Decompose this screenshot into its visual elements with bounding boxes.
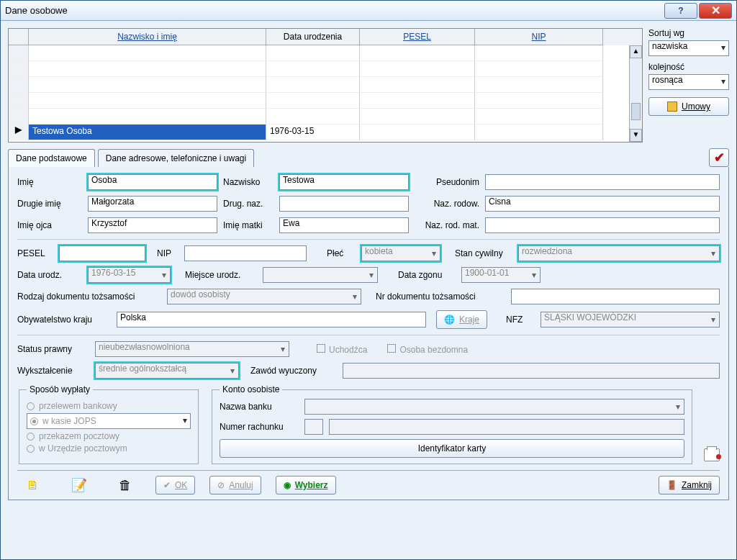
sort-order-select[interactable]: rosnąca (648, 74, 729, 90)
close-button[interactable]: ✕ (699, 3, 732, 19)
nip-label: NIP (157, 248, 178, 258)
anuluj-button[interactable]: ⊘ Anuluj (209, 476, 261, 494)
zawod-label: Zawód wyuczony (250, 366, 337, 376)
drugie-imie-field[interactable]: Małgorzata (88, 196, 217, 212)
col-pesel-header[interactable]: PESEL (360, 29, 475, 45)
door-icon: 🚪 (666, 480, 677, 490)
plec-label: Płeć (327, 248, 356, 258)
stan-cywilny-select[interactable]: rozwiedziona (518, 245, 720, 261)
umowy-button[interactable]: Umowy (648, 97, 729, 116)
col-dob-header[interactable]: Data urodzenia (266, 29, 360, 45)
uchodzca-checkbox[interactable]: Uchodźca (317, 344, 367, 355)
rodzaj-dok-label: Rodzaj dokumentu tożsamości (17, 292, 161, 302)
cell-dob: 1976-03-15 (266, 125, 360, 140)
pseudonim-label: Pseudonim (415, 177, 479, 187)
form-panel: Imię Osoba Nazwisko Testowa Pseudonim Dr… (8, 167, 729, 500)
sort-order-label: kolejność (648, 62, 729, 72)
drug-naz-field[interactable] (279, 196, 409, 212)
data-urodz-field[interactable]: 1976-03-15 (88, 267, 171, 283)
edit-button[interactable]: 📝 (63, 475, 95, 495)
content: Nazwisko i imię Data urodzenia PESEL NIP… (1, 21, 736, 559)
help-button[interactable]: ? (664, 3, 697, 19)
cell-name: Testowa Osoba (29, 125, 266, 140)
window-title: Dane osobowe (5, 5, 663, 16)
imie-matki-field[interactable]: Ewa (279, 217, 409, 233)
zawod-field[interactable] (343, 363, 720, 379)
data-zgonu-field[interactable]: 1900-01-01 (461, 267, 541, 283)
wyksztalcenie-select[interactable]: średnie ogólnokształcą (95, 363, 239, 379)
nfz-label: NFZ (506, 315, 535, 325)
sposob-wyplaty-legend: Sposób wypłaty (27, 384, 93, 394)
wybierz-button[interactable]: ◉ Wybierz (276, 476, 336, 494)
print-icon[interactable] (704, 448, 720, 461)
col-name-header[interactable]: Nazwisko i imię (29, 29, 266, 45)
naz-rodow-field[interactable]: Cisna (485, 196, 720, 212)
sort-by-label: Sortuj wg (648, 28, 729, 38)
check-icon: ✔ (163, 480, 171, 490)
imie-matki-label: Imię matki (223, 220, 273, 230)
zamknij-button[interactable]: 🚪 Zamknij (659, 476, 720, 494)
new-file-icon: 🗎 (27, 478, 40, 493)
delete-button[interactable]: 🗑 (109, 475, 141, 495)
nip-field[interactable] (184, 245, 307, 261)
persons-grid[interactable]: Nazwisko i imię Data urodzenia PESEL NIP… (8, 28, 643, 143)
obywatelstwo-label: Obywatelstwo kraju (17, 315, 111, 325)
grid-scrollbar[interactable]: ▲ ▼ (629, 45, 642, 142)
cell-pesel (360, 125, 475, 140)
stan-cywilny-label: Stan cywilny (455, 248, 512, 258)
confirm-check-button[interactable]: ✔ (709, 148, 729, 167)
sort-panel: Sortuj wg nazwiska kolejność rosnąca Umo… (648, 28, 729, 143)
rachunek-field[interactable] (329, 419, 684, 435)
kraje-button[interactable]: 🌐 Kraje (436, 310, 487, 329)
edit-icon: 📝 (71, 477, 87, 493)
cancel-icon: ⊘ (217, 480, 225, 490)
konto-osobiste-group: Konto osobiste Nazwa banku Numer rachunk… (212, 384, 692, 464)
pseudonim-field[interactable] (485, 174, 720, 190)
nazwa-banku-select[interactable] (304, 399, 684, 415)
target-icon: ◉ (284, 480, 291, 490)
cell-nip (475, 125, 603, 140)
radio-kasa[interactable]: w kasie JOPS (27, 413, 191, 429)
konto-osobiste-legend: Konto osobiste (220, 384, 282, 394)
rachunek-prefix-field[interactable] (304, 419, 323, 435)
tab-address[interactable]: Dane adresowe, telefoniczne i uwagi (98, 149, 254, 167)
naz-rod-mat-label: Naz. rod. mat. (415, 220, 479, 230)
radio-przekaz[interactable]: przekazem pocztowy (27, 431, 191, 441)
plec-select[interactable]: kobieta (361, 245, 440, 261)
identyfikator-karty-button[interactable]: Identyfikator karty (220, 439, 684, 458)
table-row[interactable]: ▶ Testowa Osoba 1976-03-15 (9, 125, 642, 140)
rodzaj-dok-select[interactable]: dowód osobisty (167, 289, 361, 304)
wyksztalcenie-label: Wykształcenie (17, 366, 89, 376)
imie-field[interactable]: Osoba (88, 174, 217, 190)
numer-rachunku-label: Numer rachunku (220, 422, 299, 432)
bezdomna-checkbox[interactable]: Osoba bezdomna (387, 344, 468, 355)
new-button[interactable]: 🗎 (17, 475, 49, 495)
tab-basic[interactable]: Dane podstawowe (8, 149, 95, 167)
data-urodz-label: Data urodz. (17, 270, 82, 280)
status-prawny-select[interactable]: nieubezwłasnowolniona (95, 341, 289, 357)
drug-naz-label: Drug. naz. (223, 199, 273, 209)
sort-by-select[interactable]: nazwiska (648, 40, 729, 56)
imie-label: Imię (17, 177, 82, 187)
obywatelstwo-field[interactable]: Polska (117, 312, 426, 328)
nfz-select[interactable]: ŚLĄSKI WOJEWÓDZKI (541, 312, 720, 328)
col-nip-header[interactable]: NIP (475, 29, 603, 45)
contracts-icon (667, 101, 677, 112)
miejsce-urodz-label: Miejsce urodz. (185, 270, 257, 280)
radio-przelew[interactable]: przelewem bankowy (27, 401, 191, 411)
naz-rod-mat-field[interactable] (485, 217, 720, 233)
pesel-field[interactable] (59, 245, 145, 261)
nr-dok-field[interactable] (511, 289, 720, 304)
ok-button[interactable]: ✔ OK (155, 476, 195, 494)
status-prawny-label: Status prawny (17, 344, 89, 354)
window: Dane osobowe ? ✕ Nazwisko i imię Data ur… (0, 0, 737, 560)
imie-ojca-field[interactable]: Krzysztof (88, 217, 217, 233)
nazwa-banku-label: Nazwa banku (220, 402, 299, 412)
radio-urzad[interactable]: w Urzędzie pocztowym (27, 443, 191, 453)
miejsce-urodz-field[interactable] (263, 267, 378, 283)
bottom-toolbar: 🗎 📝 🗑 ✔ OK ⊘ Anuluj ◉ Wybierz 🚪 (17, 470, 720, 495)
naz-rodow-label: Naz. rodow. (415, 199, 479, 209)
nazwisko-field[interactable]: Testowa (279, 174, 409, 190)
imie-ojca-label: Imię ojca (17, 220, 82, 230)
nr-dok-label: Nr dokumentu tożsamości (376, 292, 505, 302)
